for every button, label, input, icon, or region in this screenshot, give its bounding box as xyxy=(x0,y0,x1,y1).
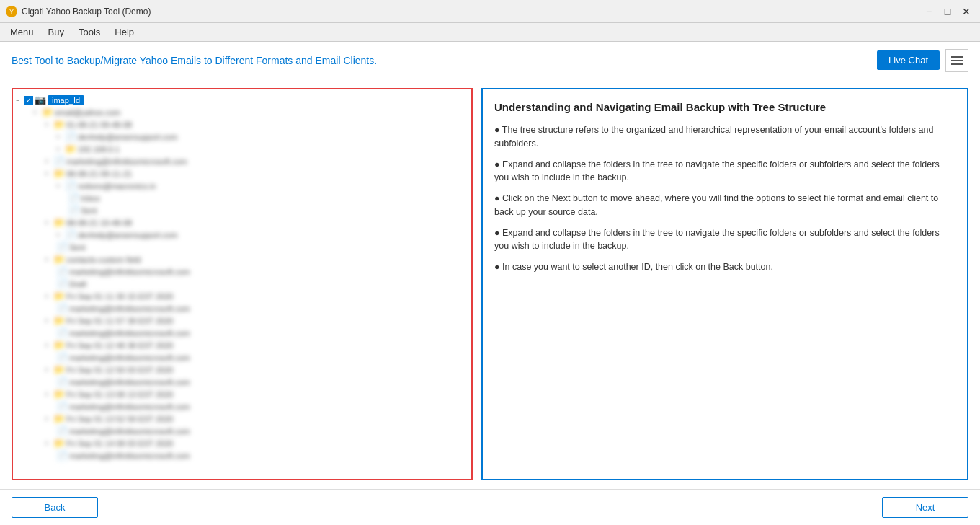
item-text-20: Fri Sep 01 12 48 38 EST 2020 xyxy=(66,341,173,350)
folder-icon-5: 📄 xyxy=(53,156,65,167)
tree-item-23[interactable]: 📄 marketing@infinitisomicrosoft.com xyxy=(16,376,468,388)
menu-item-tools[interactable]: Tools xyxy=(71,25,107,39)
bullet-text-5: In case you want to select another ID, t… xyxy=(502,262,773,272)
tree-item-25[interactable]: 📄 marketing@infinitisomicrosoft.com xyxy=(16,400,468,412)
expand-2[interactable]: + xyxy=(45,121,52,128)
expand-24[interactable]: + xyxy=(45,391,52,398)
tree-item-29[interactable]: 📄 marketing@infinitisomicrosoft.com xyxy=(16,449,468,462)
item-text-7: notions@macronics.in xyxy=(78,182,156,190)
bullet-text-4: Expand and collapse the folders in the t… xyxy=(494,228,940,252)
expand-10[interactable]: + xyxy=(45,219,52,226)
menu-item-help[interactable]: Help xyxy=(107,25,141,39)
item-text-14: marketing@infinitisomicrosoft.com xyxy=(69,268,190,276)
expand-5[interactable]: + xyxy=(45,158,52,165)
tree-scroll[interactable]: − 📷 imap_Id + 📁 email@yahoo.com + 📁 01-0… xyxy=(13,89,471,479)
expand-3[interactable]: + xyxy=(56,133,63,141)
expand-6[interactable]: + xyxy=(45,170,52,177)
item-text-28: Fri Sep 01 14 08 03 EST 2020 xyxy=(66,439,173,448)
tree-item-13[interactable]: + 📁 contacts-custom field xyxy=(16,253,468,265)
titlebar: Y Cigati Yahoo Backup Tool (Demo) − □ ✕ xyxy=(0,0,980,23)
folder-icon-17: 📄 xyxy=(56,303,68,314)
tree-item-10[interactable]: + 📁 08-08-21 10-48-08 xyxy=(16,216,468,229)
item-text-4: 192.168.0.1 xyxy=(78,145,120,154)
folder-icon-10: 📁 xyxy=(53,217,65,228)
item-text-29: marketing@infinitisomicrosoft.com xyxy=(69,451,190,460)
window-title: Cigati Yahoo Backup Tool (Demo) xyxy=(22,6,151,17)
tree-item-16[interactable]: + 📁 Fri Sep 01 11 30 15 EST 2020 xyxy=(16,290,468,302)
maximize-button[interactable]: □ xyxy=(940,4,956,19)
tree-item-18[interactable]: + 📁 Fri Sep 01 11 57 39 EST 2020 xyxy=(16,314,468,327)
tree-panel[interactable]: − 📷 imap_Id + 📁 email@yahoo.com + 📁 01-0… xyxy=(12,88,473,480)
tree-item-21[interactable]: 📄 marketing@infinitisomicrosoft.com xyxy=(16,351,468,363)
info-bullet-1: ● The tree structure refers to the organ… xyxy=(494,123,956,151)
bullet-dot-5: ● xyxy=(494,262,502,272)
app-icon: Y xyxy=(6,6,17,17)
expand-4[interactable]: + xyxy=(56,146,63,153)
tree-item-3[interactable]: + 📄 denhelp@ansersupport.com xyxy=(16,131,468,143)
expand-22[interactable]: + xyxy=(45,366,52,374)
folder-icon-1: 📁 xyxy=(42,107,53,118)
tree-item-2[interactable]: + 📁 01-08-21 09-48-08 xyxy=(16,118,468,131)
tree-item-15[interactable]: 📄 Draft xyxy=(16,278,468,290)
expand-1[interactable]: + xyxy=(33,109,40,116)
header-title: Best Tool to Backup/Migrate Yahoo Emails… xyxy=(12,55,377,66)
tree-item-4[interactable]: + 📁 192.168.0.1 xyxy=(16,143,468,155)
folder-icon-27: 📄 xyxy=(56,425,68,436)
expand-13[interactable]: + xyxy=(45,256,52,263)
folder-icon-3: 📄 xyxy=(65,131,76,142)
close-button[interactable]: ✕ xyxy=(958,4,974,19)
item-text-11: denhelp@ansersupport.com xyxy=(78,231,177,239)
tree-item-20[interactable]: + 📁 Fri Sep 01 12 48 38 EST 2020 xyxy=(16,339,468,351)
expand-18[interactable]: + xyxy=(45,317,52,325)
back-button[interactable]: Back xyxy=(12,497,98,518)
item-text-6: 08-08-21 09-11-21 xyxy=(66,169,132,178)
tree-item-28[interactable]: + 📁 Fri Sep 01 14 08 03 EST 2020 xyxy=(16,437,468,449)
root-checkbox[interactable] xyxy=(24,96,33,105)
tree-item-11[interactable]: + 📄 denhelp@ansersupport.com xyxy=(16,229,468,241)
expand-7[interactable]: + xyxy=(56,182,63,190)
hamburger-line-1 xyxy=(951,56,963,58)
tree-item-22[interactable]: + 📁 Fri Sep 01 12 50 03 EST 2020 xyxy=(16,363,468,376)
expand-28[interactable]: + xyxy=(45,440,52,447)
root-folder-icon: 📷 xyxy=(35,94,46,105)
menu-item-menu[interactable]: Menu xyxy=(3,25,41,39)
tree-item-8[interactable]: 📄 Inbox xyxy=(16,192,468,204)
main-content: − 📷 imap_Id + 📁 email@yahoo.com + 📁 01-0… xyxy=(0,79,980,489)
item-text-26: Fri Sep 01 13 52 59 EST 2020 xyxy=(66,415,173,423)
info-bullet-5: ● In case you want to select another ID,… xyxy=(494,260,956,274)
expand-16[interactable]: + xyxy=(45,293,52,300)
folder-icon-14: 📄 xyxy=(56,266,68,277)
menu-item-buy[interactable]: Buy xyxy=(41,25,71,39)
tree-item-5[interactable]: + 📄 marketing@infinitisomicrosoft.com xyxy=(16,155,468,167)
menubar: Menu Buy Tools Help xyxy=(0,23,980,42)
expand-20[interactable]: + xyxy=(45,342,52,349)
live-chat-button[interactable]: Live Chat xyxy=(877,50,940,70)
tree-item-26[interactable]: + 📁 Fri Sep 01 13 52 59 EST 2020 xyxy=(16,412,468,425)
tree-item-12[interactable]: 📄 Sent xyxy=(16,241,468,253)
item-text-5: marketing@infinitisomicrosoft.com xyxy=(66,157,187,166)
expand-26[interactable]: + xyxy=(45,415,52,423)
tree-item-17[interactable]: 📄 marketing@infinitisomicrosoft.com xyxy=(16,302,468,314)
titlebar-controls[interactable]: − □ ✕ xyxy=(921,4,974,19)
hamburger-button[interactable] xyxy=(945,49,968,72)
item-text-16: Fri Sep 01 11 30 15 EST 2020 xyxy=(66,292,173,301)
folder-icon-4: 📁 xyxy=(65,144,76,154)
tree-item-1[interactable]: + 📁 email@yahoo.com xyxy=(16,106,468,118)
tree-item-6[interactable]: + 📁 08-08-21 09-11-21 xyxy=(16,167,468,180)
folder-icon-7: 📄 xyxy=(65,180,76,191)
root-label[interactable]: imap_Id xyxy=(48,95,84,105)
item-text-2: 01-08-21 09-48-08 xyxy=(66,120,132,129)
collapse-icon[interactable]: − xyxy=(16,97,23,104)
expand-11[interactable]: + xyxy=(56,231,63,239)
tree-item-24[interactable]: + 📁 Fri Sep 01 13 08 13 EST 2020 xyxy=(16,388,468,400)
tree-item-9[interactable]: 📄 Sent xyxy=(16,204,468,216)
tree-item-7[interactable]: + 📄 notions@macronics.in xyxy=(16,180,468,192)
tree-item-19[interactable]: 📄 marketing@infinitisomicrosoft.com xyxy=(16,327,468,339)
tree-item-27[interactable]: 📄 marketing@infinitisomicrosoft.com xyxy=(16,425,468,437)
item-text-12: Sent xyxy=(69,243,86,252)
folder-icon-16: 📁 xyxy=(53,291,65,301)
next-button[interactable]: Next xyxy=(882,497,968,518)
tree-root-node[interactable]: − 📷 imap_Id xyxy=(16,94,468,106)
minimize-button[interactable]: − xyxy=(921,4,937,19)
tree-item-14[interactable]: 📄 marketing@infinitisomicrosoft.com xyxy=(16,265,468,278)
